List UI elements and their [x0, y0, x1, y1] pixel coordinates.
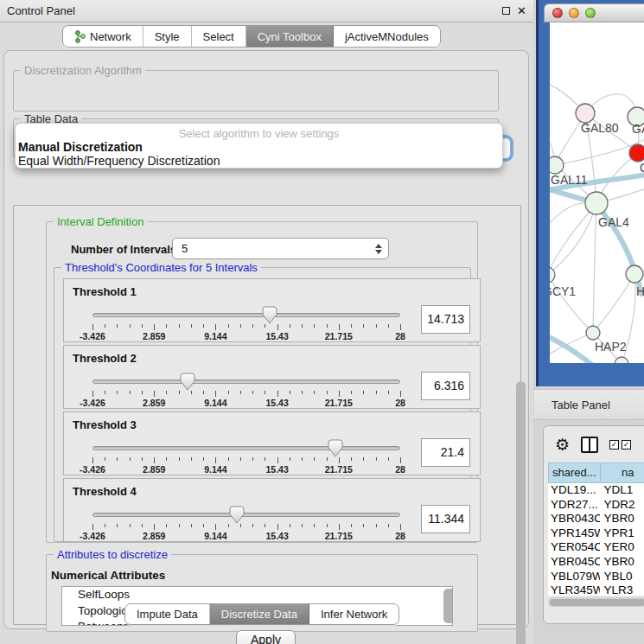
slider-tick — [302, 457, 303, 461]
tab-impute-data[interactable]: Impute Data — [125, 604, 210, 624]
threshold-2-slider[interactable] — [92, 379, 400, 384]
number-of-intervals-spinner[interactable]: 5 — [172, 238, 389, 259]
table-panel-titlebar: Table Panel — [534, 389, 644, 420]
slider-tick — [179, 324, 180, 328]
popup-option-manual[interactable]: Manual Discretization — [16, 140, 502, 154]
network-icon — [74, 30, 86, 43]
table-row[interactable]: YDL19...YDL1 — [548, 483, 644, 498]
table-row[interactable]: YBL079WYBL0 — [548, 570, 644, 584]
tab-discretize-data[interactable]: Discretize Data — [210, 604, 309, 624]
slider-tick — [252, 524, 253, 527]
tab-network[interactable]: Network — [63, 26, 143, 47]
slider-tick — [400, 391, 401, 397]
slider-tick — [327, 391, 328, 394]
threshold-3-value-field[interactable]: 21.4 — [421, 438, 470, 467]
threshold-4-slider[interactable] — [92, 513, 400, 517]
network-node[interactable] — [586, 326, 600, 340]
tab-style[interactable]: Style — [143, 26, 192, 47]
slider-tick — [265, 457, 265, 461]
slider-tick — [142, 391, 143, 394]
slider-tick — [130, 324, 131, 328]
slider-tick — [154, 324, 155, 330]
tab-cyni-toolbox[interactable]: Cyni Toolbox — [246, 26, 334, 47]
float-window-icon[interactable] — [502, 7, 510, 15]
slider-thumb[interactable] — [328, 439, 343, 457]
slider-tick — [265, 524, 265, 527]
gear-icon[interactable]: ⚙ — [555, 437, 570, 453]
apply-button[interactable]: Apply — [236, 630, 296, 644]
slider-tick — [363, 391, 364, 394]
threshold-3-label: Threshold 3 — [73, 418, 137, 431]
split-columns-icon[interactable] — [581, 437, 598, 453]
slider-tick-label: 21.715 — [313, 331, 365, 341]
slider-tick — [228, 391, 229, 394]
slider-tick — [400, 524, 401, 530]
table-row[interactable]: YBR043CYBR0 — [548, 512, 644, 526]
network-node[interactable] — [629, 144, 644, 162]
threshold-4-value-field[interactable]: 11.344 — [421, 505, 470, 533]
slider-tick — [154, 457, 155, 463]
slider-tick-label: 21.715 — [313, 531, 365, 541]
slider-tick — [388, 391, 389, 394]
slider-tick-label: 2.859 — [128, 464, 180, 475]
threshold-2-value-field[interactable]: 6.316 — [421, 372, 470, 400]
slider-tick — [363, 524, 364, 527]
network-node[interactable] — [626, 265, 643, 283]
slider-tick — [142, 457, 143, 461]
slider-tick-label: 15.43 — [252, 531, 303, 541]
tab-jactivemnodules[interactable]: jActiveMNodules — [334, 26, 440, 47]
network-node[interactable] — [550, 156, 564, 174]
slider-tick — [142, 324, 143, 328]
slider-tick — [277, 391, 278, 397]
table-row[interactable]: YDR27...YDR2 — [548, 498, 644, 513]
network-node[interactable] — [576, 104, 595, 123]
popup-option-equal-width[interactable]: Equal Width/Frequency Discretization — [16, 154, 502, 168]
vertical-scrollbar[interactable] — [516, 381, 526, 644]
attribute-item[interactable]: SelfLoops — [62, 587, 452, 603]
bottom-tab-bar: Impute Data Discretize Data Infer Networ… — [124, 603, 399, 625]
table-panel-title: Table Panel — [552, 399, 610, 411]
slider-tick — [363, 324, 364, 328]
slider-thumb[interactable] — [180, 373, 195, 391]
threshold-1-slider[interactable] — [92, 313, 400, 317]
threshold-4-block: Threshold 4 11.344 -3.4262.8599.14415.43… — [63, 478, 481, 542]
threshold-1-label: Threshold 1 — [73, 285, 137, 298]
slider-tick — [166, 324, 167, 328]
threshold-coordinates-title: Threshold's Coordinates for 5 Intervals — [61, 261, 261, 274]
slider-tick-label: -3.426 — [67, 331, 118, 341]
slider-tick-label: -3.426 — [67, 398, 118, 408]
slider-thumb[interactable] — [262, 306, 277, 324]
table-row[interactable]: YER054CYER0 — [548, 540, 644, 555]
tab-infer-network[interactable]: Infer Network — [309, 604, 399, 624]
network-node[interactable] — [585, 192, 608, 214]
minimize-button[interactable] — [569, 8, 579, 18]
close-icon[interactable]: ✕ — [517, 5, 526, 16]
panel-title: Control Panel — [7, 4, 75, 17]
table-row[interactable]: YPR145WYPR1 — [548, 526, 644, 541]
threshold-3-slider[interactable] — [92, 446, 400, 450]
table-row[interactable]: YLR345WYLR3 — [548, 583, 644, 596]
edge — [593, 274, 634, 333]
horizontal-scrollbar[interactable] — [548, 597, 644, 607]
tab-select[interactable]: Select — [192, 26, 246, 47]
list-scrollbar[interactable] — [443, 589, 453, 623]
numerical-attributes-heading: Numerical Attributes — [51, 569, 165, 582]
slider-tick-label: 9.144 — [189, 331, 241, 341]
node-label: GAL4 — [598, 215, 629, 229]
column-header-shared[interactable]: shared... — [548, 462, 601, 483]
zoom-button[interactable] — [585, 8, 596, 18]
slider-tick — [191, 391, 192, 394]
network-canvas[interactable]: GAL80GACGAL11GAL4GCY1HHAP2 — [550, 22, 644, 363]
threshold-1-value-field[interactable]: 14.713 — [421, 305, 470, 334]
slider-tick — [314, 524, 315, 527]
checkbox-icon[interactable]: ✓ — [609, 440, 619, 450]
slider-tick — [92, 524, 93, 530]
cyni-toolbox-page: Discretization Algorithm Table Data galF… — [3, 50, 529, 629]
slider-thumb[interactable] — [229, 506, 245, 524]
close-button[interactable] — [552, 8, 563, 18]
node-label: C — [640, 161, 644, 175]
column-header-name[interactable]: na — [601, 462, 644, 483]
network-window-titlebar[interactable] — [544, 3, 644, 22]
checkbox-icon[interactable]: ✓ — [622, 440, 631, 450]
table-row[interactable]: YBR045CYBR0 — [548, 555, 644, 570]
